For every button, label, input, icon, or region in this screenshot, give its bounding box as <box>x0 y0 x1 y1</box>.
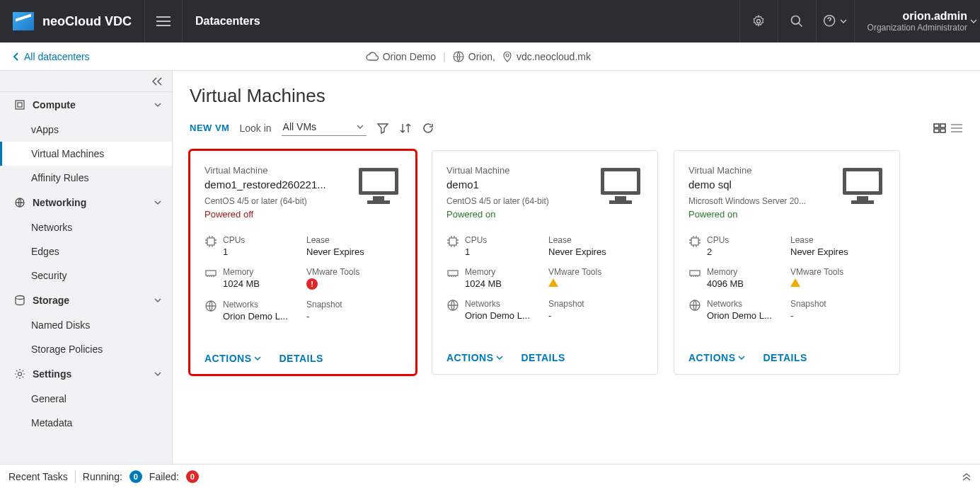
vm-memory: 1024 MB <box>465 278 502 289</box>
user-menu[interactable]: orion.admin Organization Administrator <box>854 0 980 42</box>
vm-lease: Never Expires <box>790 246 848 257</box>
svg-rect-33 <box>690 271 700 276</box>
vm-card[interactable]: Virtual Machinedemo1_restored260221...Ce… <box>190 150 416 375</box>
svg-rect-6 <box>18 103 22 107</box>
chevron-down-icon <box>154 297 162 304</box>
svg-point-4 <box>506 54 509 57</box>
nav-group-settings[interactable]: Settings <box>0 361 172 387</box>
breadcrumb-site: Orion, <box>453 51 495 62</box>
nav-item-vapps[interactable]: vApps <box>0 118 172 142</box>
vm-actions-button[interactable]: ACTIONS <box>688 352 745 363</box>
vm-tools: ! <box>306 278 359 290</box>
chevron-down-icon <box>254 356 261 361</box>
list-icon <box>950 123 963 133</box>
gear-icon <box>751 14 766 28</box>
expand-tasks-button[interactable] <box>962 472 972 481</box>
chevron-down-icon <box>840 18 847 25</box>
vm-networks: Orion Demo L... <box>223 311 288 322</box>
new-vm-button[interactable]: NEW VM <box>190 123 229 133</box>
monitor-icon <box>598 165 643 220</box>
grid-view-button[interactable] <box>933 123 946 133</box>
svg-rect-25 <box>449 238 456 245</box>
nav-item-virtual-machines[interactable]: Virtual Machines <box>0 142 172 166</box>
back-link[interactable]: All datacenters <box>13 51 90 62</box>
search-button[interactable] <box>778 0 816 42</box>
refresh-icon <box>422 122 434 135</box>
memory-icon <box>446 267 459 280</box>
svg-point-9 <box>18 373 22 376</box>
sort-button[interactable] <box>399 122 412 135</box>
cpu-icon <box>446 235 459 248</box>
help-icon <box>823 14 837 28</box>
list-view-button[interactable] <box>950 123 963 133</box>
nav-item-affinity-rules[interactable]: Affinity Rules <box>0 166 172 190</box>
breadcrumb: Orion Demo | Orion, vdc.neocloud.mk <box>90 51 867 62</box>
back-link-label: All datacenters <box>24 51 90 62</box>
sidebar: ComputevAppsVirtual MachinesAffinity Rul… <box>0 71 173 464</box>
cpu-icon <box>204 235 217 248</box>
help-button[interactable] <box>816 0 854 42</box>
filter-button[interactable] <box>376 122 389 135</box>
breadcrumb-host: vdc.neocloud.mk <box>502 51 591 62</box>
refresh-button[interactable] <box>422 122 434 135</box>
location-icon <box>502 51 512 62</box>
nav-item-named-disks[interactable]: Named Disks <box>0 313 172 337</box>
recent-tasks-label[interactable]: Recent Tasks <box>8 471 68 482</box>
network-icon <box>688 299 701 312</box>
memory-icon <box>688 267 701 280</box>
svg-rect-11 <box>940 124 945 127</box>
collapse-icon <box>152 77 162 86</box>
toolbar: NEW VM Look in All VMs <box>190 120 963 136</box>
svg-rect-30 <box>857 196 868 200</box>
networking-icon <box>14 197 25 208</box>
svg-point-1 <box>792 16 800 25</box>
lookin-select[interactable]: All VMs <box>282 120 367 136</box>
footer-bar: Recent Tasks Running: 0 Failed: 0 <box>0 464 980 488</box>
svg-point-0 <box>757 20 761 23</box>
failed-count-badge: 0 <box>186 470 199 483</box>
svg-rect-24 <box>609 200 632 204</box>
lookin-label: Look in <box>239 123 271 134</box>
vm-details-button[interactable]: DETAILS <box>279 353 323 364</box>
chevron-double-up-icon <box>962 472 972 481</box>
svg-rect-12 <box>934 129 939 132</box>
svg-rect-17 <box>367 200 390 204</box>
vm-card[interactable]: Virtual Machinedemo sqlMicrosoft Windows… <box>674 150 900 375</box>
breadcrumb-bar: All datacenters Orion Demo | Orion, vdc.… <box>0 42 980 71</box>
vm-os: CentOS 4/5 or later (64-bit) <box>446 196 592 206</box>
vm-os: CentOS 4/5 or later (64-bit) <box>204 196 350 206</box>
nav-group-storage[interactable]: Storage <box>0 288 172 313</box>
nav-item-networks[interactable]: Networks <box>0 215 172 239</box>
vm-actions-button[interactable]: ACTIONS <box>446 352 503 363</box>
error-badge-icon: ! <box>306 278 318 290</box>
chevron-left-icon <box>13 52 20 61</box>
header-section-title: Datacenters <box>183 15 260 28</box>
cpu-icon <box>688 235 701 248</box>
nav-item-security[interactable]: Security <box>0 263 172 288</box>
vm-card[interactable]: Virtual Machinedemo1CentOS 4/5 or later … <box>432 150 658 375</box>
vm-status: Powered off <box>204 209 350 220</box>
page-title: Virtual Machines <box>190 85 963 107</box>
nav-item-metadata[interactable]: Metadata <box>0 411 172 435</box>
user-name: orion.admin <box>902 10 967 23</box>
sidebar-collapse-button[interactable] <box>0 71 172 92</box>
svg-rect-23 <box>615 196 626 200</box>
svg-rect-15 <box>362 171 395 191</box>
vm-memory: 4096 MB <box>707 278 744 289</box>
nav-group-compute[interactable]: Compute <box>0 92 172 118</box>
settings-button[interactable] <box>739 0 778 42</box>
nav-item-general[interactable]: General <box>0 387 172 411</box>
vm-actions-button[interactable]: ACTIONS <box>204 353 261 364</box>
brand-logo-icon <box>13 12 34 30</box>
nav-item-edges[interactable]: Edges <box>0 239 172 263</box>
svg-rect-29 <box>846 171 879 191</box>
menu-button[interactable] <box>144 0 183 42</box>
vm-details-button[interactable]: DETAILS <box>763 352 807 363</box>
nav-item-storage-policies[interactable]: Storage Policies <box>0 337 172 361</box>
svg-rect-10 <box>934 124 939 127</box>
vm-details-button[interactable]: DETAILS <box>521 352 565 363</box>
nav-group-networking[interactable]: Networking <box>0 190 172 215</box>
grid-icon <box>933 123 946 133</box>
running-label: Running: <box>83 471 122 482</box>
vm-os: Microsoft Windows Server 20... <box>688 196 834 206</box>
